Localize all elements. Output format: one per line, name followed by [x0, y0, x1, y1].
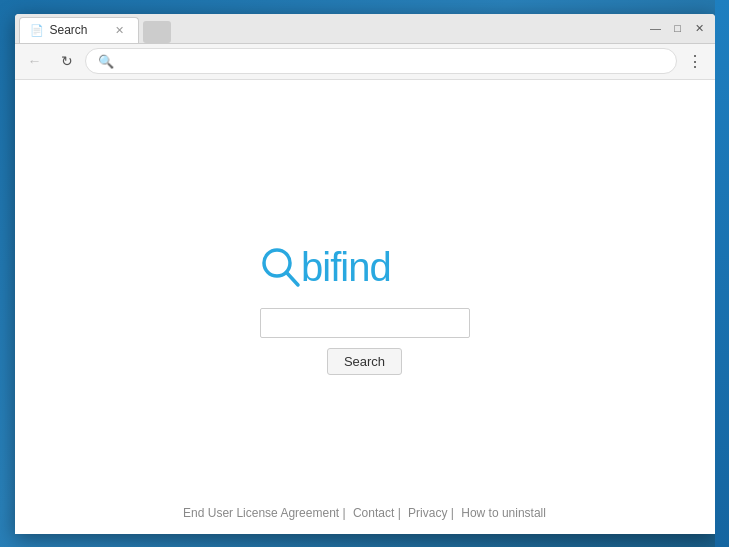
new-tab-button[interactable] [143, 21, 171, 43]
window-controls: — □ ✕ [649, 21, 715, 35]
contact-link[interactable]: Contact | [353, 506, 401, 520]
navigation-bar: ← ↻ ⋮ [15, 44, 715, 80]
menu-dots-icon: ⋮ [687, 52, 703, 71]
eula-link[interactable]: End User License Agreement | [183, 506, 346, 520]
privacy-link[interactable]: Privacy | [408, 506, 454, 520]
tab-area: 📄 Search ✕ [15, 14, 649, 43]
taskbar-strip [715, 0, 729, 547]
browser-content: bifind Search End User License Agreement… [15, 80, 715, 534]
tab-label: Search [50, 23, 88, 37]
svg-text:bifind: bifind [301, 245, 391, 289]
tab-page-icon: 📄 [30, 24, 44, 37]
search-area: Search [260, 308, 470, 375]
svg-line-1 [287, 273, 298, 285]
maximize-button[interactable]: □ [671, 21, 685, 35]
browser-menu-button[interactable]: ⋮ [681, 47, 709, 75]
logo-svg: bifind [255, 238, 475, 298]
close-button[interactable]: ✕ [693, 21, 707, 35]
logo-area: bifind [255, 238, 475, 298]
search-button[interactable]: Search [327, 348, 402, 375]
address-bar[interactable] [85, 48, 677, 74]
active-tab[interactable]: 📄 Search ✕ [19, 17, 139, 43]
refresh-button[interactable]: ↻ [53, 47, 81, 75]
footer-links: End User License Agreement | Contact | P… [15, 506, 715, 520]
minimize-button[interactable]: — [649, 21, 663, 35]
search-input[interactable] [260, 308, 470, 338]
uninstall-link[interactable]: How to uninstall [461, 506, 546, 520]
tab-close-button[interactable]: ✕ [112, 22, 128, 38]
site-logo: bifind [255, 238, 475, 298]
browser-window: 📄 Search ✕ — □ ✕ ← ↻ ⋮ [15, 14, 715, 534]
title-bar: 📄 Search ✕ — □ ✕ [15, 14, 715, 44]
back-button[interactable]: ← [21, 47, 49, 75]
